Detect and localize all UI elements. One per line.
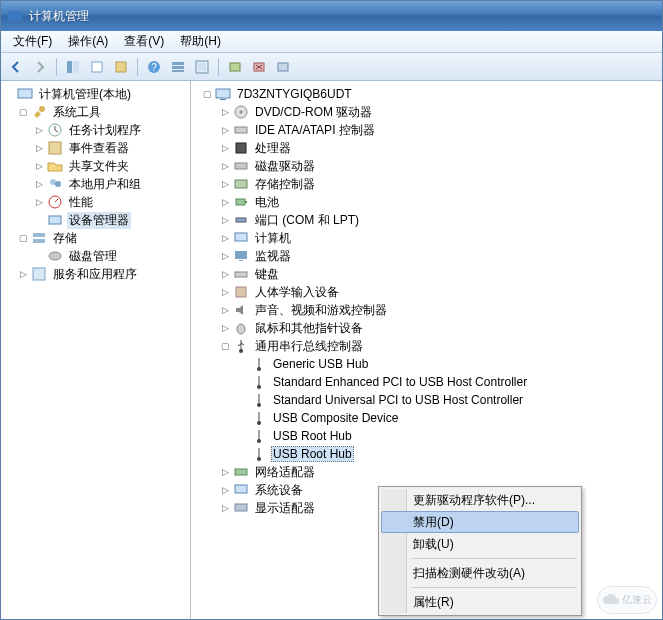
cat-label: 网络适配器 [253,464,317,481]
properties-button[interactable] [86,56,108,78]
collapse-icon[interactable]: ▢ [219,340,231,352]
expand-icon[interactable]: ▷ [219,304,231,316]
expand-icon[interactable]: ▷ [33,142,45,154]
update-driver-button[interactable] [224,56,246,78]
show-hide-tree-button[interactable] [62,56,84,78]
cat-dvd[interactable]: ▷DVD/CD-ROM 驱动器 [191,103,662,121]
toolbar-separator [56,58,57,76]
cat-network[interactable]: ▷网络适配器 [191,463,662,481]
svg-rect-43 [236,287,246,297]
cat-keyboards[interactable]: ▷键盘 [191,265,662,283]
menu-action[interactable]: 操作(A) [60,31,116,52]
wrench-icon [31,104,47,120]
nav-shared-folders[interactable]: ▷ 共享文件夹 [1,157,190,175]
svg-rect-53 [235,485,247,493]
cm-label: 禁用(D) [413,514,454,531]
expand-icon[interactable]: ▷ [219,124,231,136]
expand-icon[interactable]: ▷ [33,196,45,208]
usb-root-hub-1[interactable]: ▷USB Root Hub [191,427,662,445]
menu-help[interactable]: 帮助(H) [172,31,229,52]
nav-task-scheduler[interactable]: ▷ 任务计划程序 [1,121,190,139]
nav-root-label: 计算机管理(本地) [37,86,133,103]
expand-icon[interactable]: ▷ [33,178,45,190]
toolbar-separator [218,58,219,76]
cat-computers[interactable]: ▷计算机 [191,229,662,247]
cat-label: 键盘 [253,266,281,283]
scan-hardware-button[interactable] [272,56,294,78]
svg-rect-1 [12,21,18,22]
cat-cpu[interactable]: ▷处理器 [191,139,662,157]
expand-icon[interactable]: ▷ [219,322,231,334]
cm-disable[interactable]: 禁用(D) [381,511,579,533]
collapse-icon[interactable]: ▢ [17,232,29,244]
menu-view[interactable]: 查看(V) [116,31,172,52]
expand-icon[interactable]: ▷ [219,106,231,118]
cm-uninstall[interactable]: 卸载(U) [381,533,579,555]
view-mode-button[interactable] [167,56,189,78]
expand-icon[interactable]: ▷ [219,142,231,154]
nav-storage[interactable]: ▢ 存储 [1,229,190,247]
usb-generic-hub[interactable]: ▷Generic USB Hub [191,355,662,373]
cat-ports[interactable]: ▷端口 (COM 和 LPT) [191,211,662,229]
collapse-icon[interactable]: ▢ [17,106,29,118]
nav-system-tools[interactable]: ▢ 系统工具 [1,103,190,121]
cat-ide[interactable]: ▷IDE ATA/ATAPI 控制器 [191,121,662,139]
battery-icon [233,194,249,210]
device-root[interactable]: ▢ 7D3ZNTYGIQB6UDT [191,85,662,103]
cm-scan-hardware[interactable]: 扫描检测硬件改动(A) [381,562,579,584]
titlebar[interactable]: 计算机管理 [1,1,662,31]
expand-icon[interactable]: ▷ [219,232,231,244]
expand-icon[interactable]: ▷ [219,484,231,496]
collapse-icon[interactable]: ▢ [201,88,213,100]
svg-text:?: ? [151,62,157,73]
usb-composite-device[interactable]: ▷USB Composite Device [191,409,662,427]
cpu-icon [233,140,249,156]
usb-root-hub-2[interactable]: ▷USB Root Hub [191,445,662,463]
expand-icon[interactable]: ▷ [219,466,231,478]
expand-icon[interactable]: ▷ [219,286,231,298]
nav-local-users[interactable]: ▷ 本地用户和组 [1,175,190,193]
nav-disk-mgmt[interactable]: ▷ 磁盘管理 [1,247,190,265]
cat-hid[interactable]: ▷人体学输入设备 [191,283,662,301]
menu-file[interactable]: 文件(F) [5,31,60,52]
uninstall-button[interactable] [248,56,270,78]
nav-forward-button[interactable] [29,56,51,78]
cat-storage-ctrl[interactable]: ▷存储控制器 [191,175,662,193]
expand-icon[interactable]: ▷ [219,160,231,172]
usb-universal-controller[interactable]: ▷Standard Universal PCI to USB Host Cont… [191,391,662,409]
svg-point-49 [257,421,261,425]
computer-icon [215,86,231,102]
expand-icon[interactable]: ▷ [219,268,231,280]
expand-icon[interactable]: ▷ [219,250,231,262]
refresh-button[interactable] [191,56,213,78]
expand-icon[interactable]: ▷ [33,160,45,172]
nav-event-viewer[interactable]: ▷ 事件查看器 [1,139,190,157]
nav-services-apps[interactable]: ▷ 服务和应用程序 [1,265,190,283]
cat-disk-drives[interactable]: ▷磁盘驱动器 [191,157,662,175]
cat-mice[interactable]: ▷鼠标和其他指针设备 [191,319,662,337]
usb-enhanced-controller[interactable]: ▷Standard Enhanced PCI to USB Host Contr… [191,373,662,391]
nav-back-button[interactable] [5,56,27,78]
expand-icon[interactable]: ▷ [17,268,29,280]
services-icon [31,266,47,282]
cat-battery[interactable]: ▷电池 [191,193,662,211]
nav-device-manager[interactable]: ▷ 设备管理器 [1,211,190,229]
expand-icon[interactable]: ▷ [219,178,231,190]
nav-label: 磁盘管理 [67,248,119,265]
cat-usb-controllers[interactable]: ▢通用串行总线控制器 [191,337,662,355]
nav-label: 事件查看器 [67,140,131,157]
expand-icon[interactable]: ▷ [219,214,231,226]
cm-update-driver[interactable]: 更新驱动程序软件(P)... [381,489,579,511]
nav-root[interactable]: ▶ 计算机管理(本地) [1,85,190,103]
nav-performance[interactable]: ▷ 性能 [1,193,190,211]
expand-icon[interactable]: ▷ [219,196,231,208]
expand-icon[interactable]: ▷ [219,502,231,514]
help-button[interactable]: ? [143,56,165,78]
expand-icon[interactable]: ▷ [33,124,45,136]
cm-properties[interactable]: 属性(R) [381,591,579,613]
usb-icon [233,338,249,354]
export-button[interactable] [110,56,132,78]
sound-icon [233,302,249,318]
cat-sound[interactable]: ▷声音、视频和游戏控制器 [191,301,662,319]
cat-monitors[interactable]: ▷监视器 [191,247,662,265]
